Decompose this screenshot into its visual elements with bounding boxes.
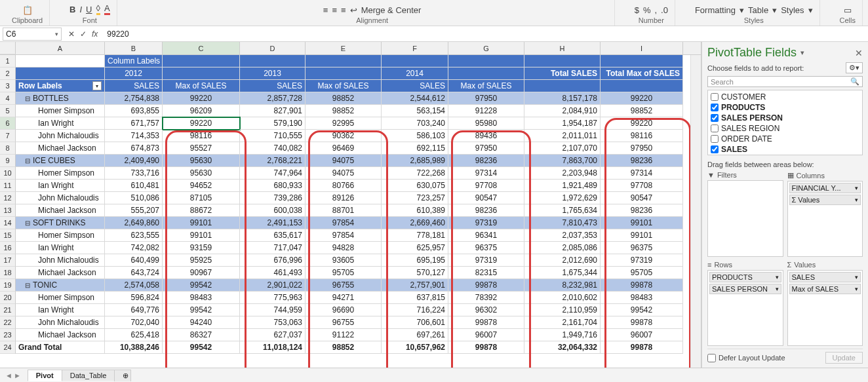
row-header[interactable]: 24: [0, 341, 16, 354]
data-cell[interactable]: 570,127: [382, 267, 448, 279]
data-cell[interactable]: 93605: [306, 254, 382, 267]
data-cell[interactable]: 94652: [163, 180, 240, 192]
row-label[interactable]: John Michaloudis: [16, 254, 105, 267]
data-cell[interactable]: 99542: [163, 341, 240, 354]
gear-icon[interactable]: ⚙▾: [846, 62, 863, 73]
data-cell[interactable]: 98852: [306, 105, 382, 117]
merge-center-button[interactable]: Merge & Center: [361, 5, 422, 15]
row-label[interactable]: Michael Jackson: [16, 142, 105, 155]
field-item-order-date[interactable]: ORDER DATE: [709, 134, 861, 144]
data-cell[interactable]: 579,190: [240, 117, 306, 130]
data-cell[interactable]: 2,857,728: [240, 92, 306, 105]
data-cell[interactable]: 827,901: [240, 105, 306, 117]
row-header[interactable]: 15: [0, 229, 16, 242]
data-cell[interactable]: 723,257: [382, 192, 448, 204]
data-cell[interactable]: 98116: [163, 130, 240, 142]
row-label[interactable]: Ian Wright: [16, 242, 105, 254]
data-cell[interactable]: 1,972,629: [524, 192, 601, 204]
row-header[interactable]: 12: [0, 192, 16, 204]
data-cell[interactable]: 92995: [306, 117, 382, 130]
field-item-products[interactable]: PRODUCTS: [709, 102, 861, 113]
data-cell[interactable]: 739,286: [240, 192, 306, 204]
data-cell[interactable]: 2,685,989: [382, 155, 448, 167]
data-cell[interactable]: 2,161,704: [524, 316, 601, 329]
data-cell[interactable]: 676,996: [240, 254, 306, 267]
data-cell[interactable]: 97319: [448, 217, 524, 229]
data-cell[interactable]: 99878: [601, 341, 683, 354]
data-cell[interactable]: 97708: [448, 180, 524, 192]
field-checkbox[interactable]: [711, 145, 719, 153]
values-area[interactable]: ΣValues SALES▾Max of SALES▾: [787, 261, 863, 346]
cell-styles-button[interactable]: Styles: [781, 5, 804, 15]
data-cell[interactable]: 99878: [448, 279, 524, 292]
font-color-icon[interactable]: A: [104, 3, 110, 15]
field-checkbox[interactable]: [711, 135, 719, 143]
row-header[interactable]: 6: [0, 117, 16, 130]
data-cell[interactable]: 461,493: [240, 267, 306, 279]
col-header-a[interactable]: A: [16, 42, 105, 54]
data-cell[interactable]: 96755: [306, 279, 382, 292]
data-cell[interactable]: 2,669,460: [382, 217, 448, 229]
data-cell[interactable]: 97950: [601, 142, 683, 155]
data-cell[interactable]: 88701: [306, 204, 382, 217]
data-cell[interactable]: 2,901,022: [240, 279, 306, 292]
area-pill[interactable]: PRODUCTS▾: [709, 272, 781, 282]
data-cell[interactable]: 90547: [601, 192, 683, 204]
row-label[interactable]: SOFT DRINKS: [16, 217, 105, 229]
data-cell[interactable]: 99101: [601, 229, 683, 242]
data-cell[interactable]: 98483: [163, 292, 240, 304]
row-header[interactable]: 1: [0, 55, 16, 67]
data-cell[interactable]: 99220: [601, 92, 683, 105]
area-pill[interactable]: Max of SALES▾: [789, 284, 861, 294]
data-cell[interactable]: 2,754,838: [105, 92, 163, 105]
search-input[interactable]: Search 🔍: [707, 76, 863, 87]
data-cell[interactable]: 99101: [163, 217, 240, 229]
data-cell[interactable]: 2,084,910: [524, 105, 601, 117]
data-cell[interactable]: 99220: [601, 117, 683, 130]
data-cell[interactable]: 610,481: [105, 180, 163, 192]
data-cell[interactable]: 2,649,860: [105, 217, 163, 229]
row-header[interactable]: 11: [0, 180, 16, 192]
data-cell[interactable]: 1,765,634: [524, 204, 601, 217]
col-header-i[interactable]: I: [601, 42, 683, 54]
col-header-d[interactable]: D: [240, 42, 306, 54]
tab-pivot[interactable]: Pivot: [28, 370, 62, 381]
currency-icon[interactable]: $: [635, 5, 639, 15]
row-label[interactable]: John Michaloudis: [16, 316, 105, 329]
data-cell[interactable]: 2,574,058: [105, 279, 163, 292]
data-cell[interactable]: 97854: [306, 217, 382, 229]
wrap-icon[interactable]: ↩: [350, 5, 357, 15]
data-cell[interactable]: 95705: [306, 267, 382, 279]
row-label[interactable]: Ian Wright: [16, 180, 105, 192]
field-item-sales[interactable]: SALES: [709, 144, 861, 155]
data-cell[interactable]: 91122: [306, 329, 382, 341]
chevron-down-icon[interactable]: ▾: [55, 31, 58, 37]
field-checkbox[interactable]: [711, 93, 719, 101]
data-cell[interactable]: 90362: [306, 130, 382, 142]
row-label[interactable]: John Michaloudis: [16, 130, 105, 142]
data-cell[interactable]: 671,757: [105, 117, 163, 130]
data-cell[interactable]: 2,011,011: [524, 130, 601, 142]
data-cell[interactable]: 733,716: [105, 167, 163, 180]
row-header[interactable]: 7: [0, 130, 16, 142]
data-cell[interactable]: 98236: [601, 155, 683, 167]
data-cell[interactable]: 695,195: [382, 254, 448, 267]
data-cell[interactable]: 98236: [448, 204, 524, 217]
row-label[interactable]: ICE CUBES: [16, 155, 105, 167]
bold-icon[interactable]: B: [69, 5, 75, 14]
data-cell[interactable]: 10,657,962: [382, 341, 448, 354]
percent-icon[interactable]: %: [643, 5, 651, 15]
data-cell[interactable]: 630,075: [382, 180, 448, 192]
row-label[interactable]: John Michaloudis: [16, 192, 105, 204]
data-cell[interactable]: 98236: [448, 155, 524, 167]
data-cell[interactable]: 2,491,153: [240, 217, 306, 229]
area-pill[interactable]: Σ Values▾: [789, 195, 861, 205]
data-cell[interactable]: 778,181: [382, 229, 448, 242]
data-cell[interactable]: 555,207: [105, 204, 163, 217]
data-cell[interactable]: 627,037: [240, 329, 306, 341]
row-label[interactable]: Ian Wright: [16, 117, 105, 130]
data-cell[interactable]: 78392: [448, 292, 524, 304]
data-cell[interactable]: 95630: [163, 155, 240, 167]
area-pill[interactable]: SALES▾: [789, 272, 861, 282]
data-cell[interactable]: 742,082: [105, 242, 163, 254]
